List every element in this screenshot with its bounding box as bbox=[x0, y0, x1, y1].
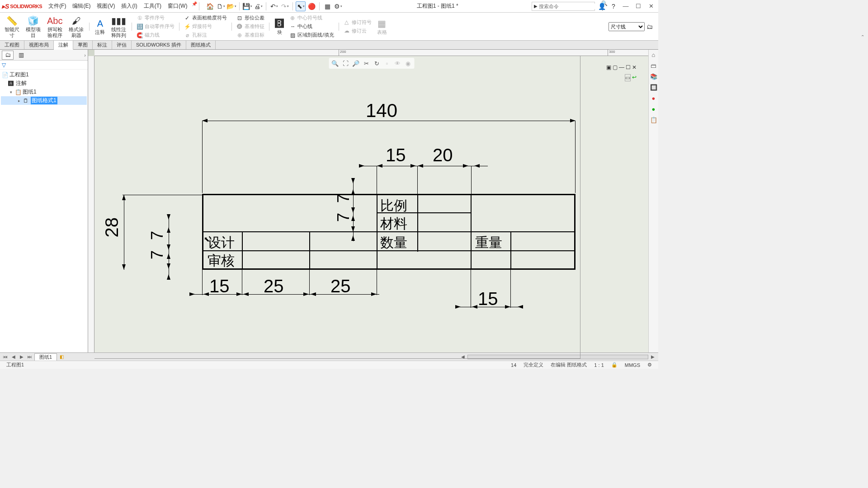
fm-expand-icon[interactable]: › bbox=[84, 52, 86, 58]
sheet-first-icon[interactable]: ⏮ bbox=[2, 354, 9, 359]
mt-accept-icon[interactable]: ↩ bbox=[632, 74, 637, 81]
redo-icon[interactable]: ↷ bbox=[280, 1, 290, 11]
ruler-vertical bbox=[88, 56, 94, 352]
fm-tab-tree[interactable]: 🗂 bbox=[2, 51, 14, 60]
home-icon[interactable]: 🏠 bbox=[205, 1, 215, 11]
mt-view-icon[interactable]: ▭ bbox=[625, 74, 631, 81]
status-lock-icon[interactable]: 🔒 bbox=[608, 362, 621, 368]
new-icon[interactable]: 🗋 bbox=[216, 1, 226, 11]
mt-min-icon[interactable]: — bbox=[619, 64, 624, 70]
tab-drawing[interactable]: 工程图 bbox=[0, 41, 24, 49]
dim-15-bottom: 15 bbox=[209, 276, 230, 296]
format-painter-button[interactable]: 🖌格式涂 刷器 bbox=[66, 14, 86, 39]
title-block[interactable]: 140 15 20 bbox=[94, 99, 587, 298]
feature-tabs: 工程图 视图布局 注解 草图 标注 评估 SOLIDWORKS 插件 图纸格式 bbox=[0, 41, 658, 50]
note-button[interactable]: A注释 bbox=[92, 14, 108, 39]
search-input[interactable] bbox=[539, 4, 601, 9]
label-check: 审核 bbox=[208, 252, 235, 270]
drawing-canvas[interactable]: 🔍 ⛶ 🔎 ✂ ↻ ▫ 👁 ◉ 140 bbox=[94, 56, 648, 352]
block-button[interactable]: 🅱块 bbox=[272, 14, 287, 39]
rb-resources-icon[interactable]: 🗃 bbox=[650, 62, 658, 70]
mt-tile-icon[interactable]: ▣ bbox=[606, 64, 611, 70]
rb-home-icon[interactable]: ⌂ bbox=[650, 52, 658, 60]
sheet-next-icon[interactable]: ▶ bbox=[18, 354, 25, 359]
status-units[interactable]: MMGS bbox=[621, 362, 644, 368]
layer-select[interactable]: 尺寸线 bbox=[609, 22, 645, 31]
rb-appearance-icon[interactable]: ● bbox=[650, 95, 658, 103]
tree-annotations: 🅰注解 bbox=[1, 79, 87, 88]
tab-sheet-format[interactable]: 图纸格式 bbox=[186, 41, 216, 49]
rb-view-icon[interactable]: 🔲 bbox=[650, 84, 658, 92]
status-scale[interactable]: 1 : 1 bbox=[590, 362, 607, 368]
hscroll-right-icon[interactable]: ▶ bbox=[649, 354, 656, 359]
menu-view[interactable]: 视图(V) bbox=[94, 1, 118, 11]
tab-sketch[interactable]: 草图 bbox=[73, 41, 93, 49]
mt-close-icon[interactable]: ✕ bbox=[632, 64, 637, 70]
label-qty: 数量 bbox=[380, 234, 407, 252]
rb-custom-icon[interactable]: ● bbox=[650, 106, 658, 114]
rb-lib-icon[interactable]: 📚 bbox=[650, 73, 658, 81]
sheet-last-icon[interactable]: ⏭ bbox=[26, 354, 33, 359]
maximize-button[interactable]: ☐ bbox=[633, 2, 644, 11]
label-material: 材料 bbox=[380, 215, 407, 233]
model-items-button[interactable]: 🧊模型项 目 bbox=[23, 14, 43, 39]
open-icon[interactable]: 📂 bbox=[226, 1, 236, 11]
dim-25a: 25 bbox=[264, 276, 284, 296]
document-title: 工程图1 - 图纸1 * bbox=[343, 2, 532, 10]
tab-layout[interactable]: 视图布局 bbox=[24, 41, 54, 49]
undo-icon[interactable]: ↶ bbox=[269, 1, 279, 11]
save-icon[interactable]: 💾 bbox=[242, 1, 252, 11]
dim-7-bot: 7 bbox=[334, 213, 353, 222]
quick-access: 🏠 🗋 📂 💾 🖨 ↶ ↷ ⬉ 🔴 ▦ ⚙ bbox=[205, 1, 343, 11]
print-icon[interactable]: 🖨 bbox=[253, 1, 263, 11]
centerline-button[interactable]: ╌中心线 bbox=[288, 23, 335, 31]
menu-tools[interactable]: 工具(T) bbox=[141, 1, 164, 11]
status-bar: 工程图1 14 完全定义 在编辑 图纸格式 1 : 1 🔒 MMGS ⚙ bbox=[0, 361, 658, 369]
fm-tab-prop[interactable]: ▥ bbox=[15, 51, 27, 60]
mini-toolbar: ▣ ▢ — ☐ ✕ ▭ ↩ bbox=[593, 62, 638, 89]
rebuild-icon[interactable]: 🔴 bbox=[307, 1, 316, 11]
tab-annotate[interactable]: 注解 bbox=[54, 41, 73, 50]
menu-file[interactable]: 文件(F) bbox=[46, 1, 69, 11]
menu-insert[interactable]: 插入(I) bbox=[118, 1, 140, 11]
surface-finish-button[interactable]: ✓表面粗糙度符号 bbox=[182, 14, 229, 22]
feature-tree[interactable]: 📄工程图1 🅰注解 ▾📋图纸1 ▸🗒图纸格式1 bbox=[0, 70, 88, 352]
fm-filter[interactable]: ▽ bbox=[0, 61, 88, 70]
sheet-prev-icon[interactable]: ◀ bbox=[10, 354, 17, 359]
label-design: 设计 bbox=[208, 234, 235, 252]
menu-edit[interactable]: 编辑(E) bbox=[70, 1, 93, 11]
status-doc: 工程图1 bbox=[3, 361, 28, 368]
tab-markup[interactable]: 标注 bbox=[93, 41, 112, 49]
menu-pin-icon[interactable]: 📌 bbox=[192, 1, 197, 11]
rb-forum-icon[interactable]: 📋 bbox=[650, 117, 658, 125]
area-hatch-button[interactable]: ▨区域剖面线/填充 bbox=[288, 31, 335, 39]
close-button[interactable]: ✕ bbox=[646, 2, 656, 11]
center-mark-button: ⊕中心符号线 bbox=[288, 14, 335, 22]
mt-max-icon[interactable]: ☐ bbox=[626, 64, 631, 70]
label-scale: 比例 bbox=[380, 197, 407, 215]
mt-cascade-icon[interactable]: ▢ bbox=[613, 64, 618, 70]
tab-evaluate[interactable]: 评估 bbox=[112, 41, 132, 49]
filter-icon[interactable]: ▦ bbox=[322, 1, 332, 11]
help-icon[interactable]: ? bbox=[609, 1, 618, 11]
options-icon[interactable]: ⚙ bbox=[333, 1, 343, 11]
minimize-button[interactable]: — bbox=[620, 2, 631, 11]
layer-props-icon[interactable]: 🗂 bbox=[646, 23, 653, 30]
command-search[interactable]: ▶ 🔍▾ bbox=[532, 2, 595, 11]
login-icon[interactable]: 👤 bbox=[597, 1, 607, 11]
select-icon[interactable]: ⬉ bbox=[296, 1, 306, 11]
auto-balloon-button: 🔢自动零件序号 bbox=[135, 23, 176, 31]
linear-note-pattern-button[interactable]: ▮▮▮线性注 释阵列 bbox=[108, 14, 129, 39]
tab-addins[interactable]: SOLIDWORKS 插件 bbox=[132, 41, 186, 49]
titlebar: ▸S SOLIDWORKS 文件(F) 编辑(E) 视图(V) 插入(I) 工具… bbox=[0, 0, 658, 13]
logo-text: SOLIDWORKS bbox=[10, 4, 42, 9]
tree-sheet: ▾📋图纸1 bbox=[1, 88, 87, 96]
status-settings-icon[interactable]: ⚙ bbox=[644, 362, 656, 368]
ribbon: 📏智能尺 寸 🧊模型项 目 Abc拼写检 验程序 🖌格式涂 刷器 A注释 ▮▮▮… bbox=[0, 13, 658, 41]
sheet-tab-1[interactable]: 图纸1 bbox=[34, 353, 57, 361]
spell-check-button[interactable]: Abc拼写检 验程序 bbox=[44, 14, 65, 39]
geo-tol-button[interactable]: ⊡形位公差 bbox=[235, 14, 266, 22]
smart-dimension-button[interactable]: 📏智能尺 寸 bbox=[2, 14, 22, 39]
menu-window[interactable]: 窗口(W) bbox=[165, 1, 190, 11]
sheet-add-icon[interactable]: ◧ bbox=[58, 354, 65, 359]
